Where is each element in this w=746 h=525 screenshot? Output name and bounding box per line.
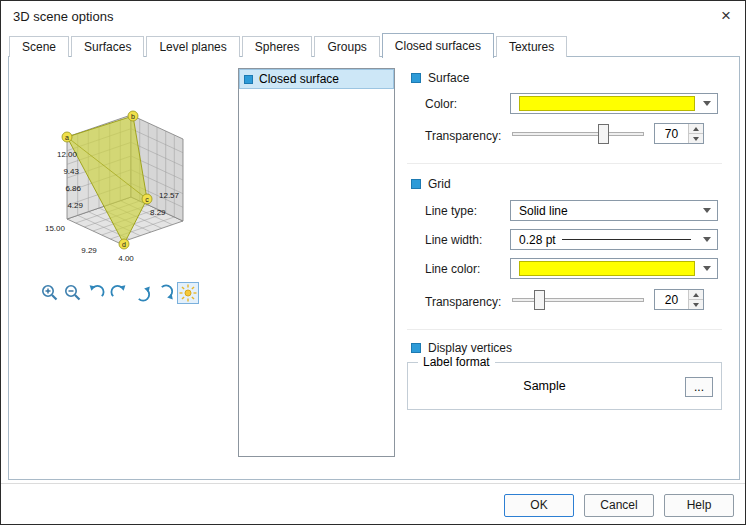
- slider-track: [512, 132, 644, 136]
- line-width-sample: [562, 239, 691, 240]
- tab-spheres[interactable]: Spheres: [242, 36, 313, 57]
- arrow-up-icon: [693, 293, 699, 297]
- tab-surfaces[interactable]: Surfaces: [71, 36, 144, 57]
- slider-thumb[interactable]: [598, 124, 609, 144]
- dialog-footer: OK Cancel Help: [1, 483, 745, 525]
- tab-strip: Scene Surfaces Level planes Spheres Grou…: [9, 33, 569, 57]
- surface-color-label: Color:: [425, 97, 457, 111]
- spinner-buttons: [688, 124, 703, 143]
- tab-page-closed-surfaces: 12.00 9.43 6.86 4.29 15.00 9.29 4.00 12.…: [8, 56, 740, 480]
- line-color-dropdown[interactable]: [510, 258, 718, 279]
- sun-icon: [178, 283, 198, 303]
- chevron-down-icon: [703, 237, 711, 242]
- titlebar: 3D scene options ×: [1, 1, 745, 31]
- axis-label: 9.43: [63, 167, 79, 176]
- axis-label: 8.29: [150, 208, 166, 217]
- grid-transparency-spinner[interactable]: 20: [654, 289, 704, 310]
- display-vertices-checkbox-icon: [411, 343, 421, 353]
- surface-color-dropdown[interactable]: [510, 93, 718, 114]
- spinner-down-button[interactable]: [689, 133, 703, 143]
- vertex-label: d: [122, 241, 126, 248]
- list-item-closed-surface[interactable]: Closed surface: [239, 69, 394, 89]
- surface-checkbox-icon: [411, 73, 421, 83]
- zoom-in-icon: [40, 283, 60, 303]
- line-color-label: Line color:: [425, 262, 480, 276]
- tab-closed-surfaces[interactable]: Closed surfaces: [382, 33, 494, 58]
- lighting-button[interactable]: [177, 282, 199, 304]
- surface-transparency-slider[interactable]: [510, 124, 646, 144]
- label-format-more-button[interactable]: ...: [685, 377, 713, 397]
- surface-transparency-label: Transparency:: [425, 129, 501, 143]
- rotate-right-icon: [109, 283, 129, 303]
- arrow-down-icon: [693, 303, 699, 307]
- rotate-left-icon: [86, 283, 106, 303]
- grid-checkbox-icon: [411, 179, 421, 189]
- axis-label: 4.00: [118, 254, 134, 263]
- grid-section-title: Grid: [428, 177, 451, 191]
- vertex-label: c: [145, 196, 149, 203]
- section-separator: [407, 329, 722, 330]
- axis-label: 15.00: [45, 224, 66, 233]
- tab-textures[interactable]: Textures: [496, 36, 567, 57]
- list-item-label: Closed surface: [259, 72, 339, 86]
- help-button[interactable]: Help: [664, 494, 734, 517]
- display-vertices-label: Display vertices: [428, 341, 512, 355]
- chevron-down-icon: [703, 266, 711, 271]
- tab-groups[interactable]: Groups: [314, 36, 379, 57]
- close-icon[interactable]: ×: [719, 8, 733, 24]
- line-width-dropdown[interactable]: 0.28 pt: [510, 229, 718, 250]
- surface-checkbox[interactable]: Surface: [411, 71, 469, 85]
- display-vertices-checkbox[interactable]: Display vertices: [411, 341, 512, 355]
- tab-scene[interactable]: Scene: [9, 36, 69, 57]
- axis-label: 4.29: [67, 201, 83, 210]
- axis-label: 9.29: [81, 246, 97, 255]
- line-color-swatch: [519, 261, 695, 276]
- surface-item-icon: [244, 75, 253, 84]
- line-width-label: Line width:: [425, 233, 482, 247]
- tilt-left-icon: [132, 283, 152, 303]
- spinner-up-button[interactable]: [689, 124, 703, 133]
- surface-color-swatch: [519, 96, 695, 111]
- spinner-up-button[interactable]: [689, 290, 703, 299]
- ok-button[interactable]: OK: [504, 494, 574, 517]
- zoom-out-button[interactable]: [62, 282, 84, 304]
- grid-transparency-label: Transparency:: [425, 295, 501, 309]
- label-format-sample: Sample: [408, 363, 681, 409]
- chevron-down-icon: [703, 101, 711, 106]
- line-type-value: Solid line: [519, 204, 568, 218]
- page-title: 3D scene options: [13, 9, 113, 24]
- chevron-down-icon: [703, 208, 711, 213]
- slider-thumb[interactable]: [534, 290, 545, 310]
- preview-toolbar: [39, 282, 199, 304]
- spinner-buttons: [688, 290, 703, 309]
- rotate-right-button[interactable]: [108, 282, 130, 304]
- tab-level-planes[interactable]: Level planes: [146, 36, 239, 57]
- vertex-label: a: [65, 134, 69, 141]
- line-width-value: 0.28 pt: [519, 233, 556, 247]
- label-format-group: Label format Sample ...: [407, 362, 722, 410]
- surface-section-title: Surface: [428, 71, 469, 85]
- dialog-3d-scene-options: 3D scene options × Scene Surfaces Level …: [0, 0, 746, 525]
- arrow-down-icon: [693, 137, 699, 141]
- zoom-in-button[interactable]: [39, 282, 61, 304]
- tilt-right-icon: [155, 283, 175, 303]
- grid-transparency-slider[interactable]: [510, 290, 646, 310]
- surface-transparency-spinner[interactable]: 70: [654, 123, 704, 144]
- line-type-dropdown[interactable]: Solid line: [510, 200, 718, 221]
- preview-3d[interactable]: 12.00 9.43 6.86 4.29 15.00 9.29 4.00 12.…: [23, 95, 238, 270]
- zoom-out-icon: [63, 283, 83, 303]
- tilt-right-button[interactable]: [154, 282, 176, 304]
- arrow-up-icon: [693, 127, 699, 131]
- spinner-value: 20: [655, 290, 688, 309]
- axis-label: 6.86: [65, 184, 81, 193]
- surface-list[interactable]: Closed surface: [238, 68, 395, 457]
- cancel-button[interactable]: Cancel: [584, 494, 654, 517]
- tilt-left-button[interactable]: [131, 282, 153, 304]
- spinner-value: 70: [655, 124, 688, 143]
- line-type-label: Line type:: [425, 204, 477, 218]
- grid-checkbox[interactable]: Grid: [411, 177, 451, 191]
- axis-label: 12.57: [159, 191, 180, 200]
- spinner-down-button[interactable]: [689, 299, 703, 309]
- slider-track: [512, 298, 644, 302]
- rotate-left-button[interactable]: [85, 282, 107, 304]
